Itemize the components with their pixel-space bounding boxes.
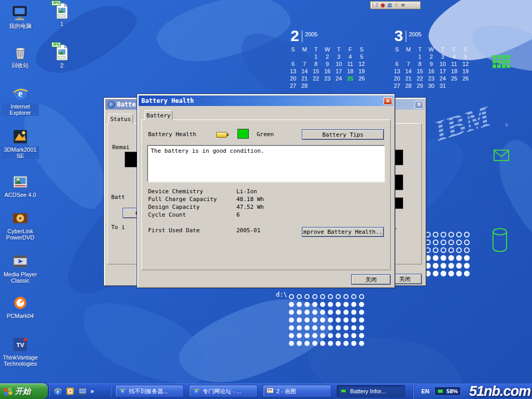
calendar-day: 24	[437, 75, 448, 82]
calendar-day: 18	[448, 68, 460, 75]
dot	[312, 341, 317, 346]
taskbar-task-4[interactable]: Battery Infor...	[337, 385, 405, 397]
calendar-day: 8	[310, 60, 322, 68]
desktop-icon-acdsee[interactable]: ACDSee 4.0	[1, 173, 39, 198]
dot	[320, 341, 325, 346]
cyberlink-powerdvd-icon	[11, 209, 29, 227]
detail-value: 48.18 Wh	[236, 196, 264, 203]
dot	[289, 317, 294, 323]
toolbar-grip[interactable]	[371, 3, 373, 8]
dot	[320, 294, 325, 299]
dot	[328, 333, 333, 338]
dot	[448, 271, 454, 276]
dot	[336, 325, 341, 330]
calendar-day	[310, 82, 322, 89]
ie-task-icon: e	[119, 387, 126, 395]
jpg-file-icon: JPG	[54, 44, 70, 61]
dot	[328, 302, 333, 307]
desktop-icon-recycle-bin[interactable]: 回收站	[1, 44, 39, 69]
display-icon[interactable]: ▦	[387, 2, 392, 9]
calendar-day: 22	[414, 75, 425, 82]
dot	[351, 302, 356, 307]
start-label: 开始	[15, 387, 31, 396]
menu-icon[interactable]: ≡	[401, 2, 405, 9]
dot	[328, 341, 333, 346]
brightness-icon[interactable]: ☼	[394, 2, 399, 9]
dot	[304, 333, 310, 338]
battery-health-title: Battery Health	[141, 97, 194, 104]
dot	[289, 294, 294, 299]
calendar-year: 2005	[409, 31, 421, 37]
dot	[320, 333, 325, 338]
battery-health-titlebar[interactable]: Battery Health ×	[139, 96, 393, 106]
desktop-icon-media-player-classic[interactable]: Media Player Classic	[1, 252, 39, 284]
dot	[456, 255, 462, 261]
dot	[464, 240, 470, 245]
desktop-icon-pcmark04[interactable]: PCMark04	[1, 294, 39, 319]
media-player-quicklaunch-icon[interactable]	[65, 387, 75, 396]
dot	[297, 310, 302, 315]
tab-status[interactable]: Status	[108, 114, 133, 124]
dot	[304, 317, 310, 323]
show-desktop-icon[interactable]	[78, 387, 87, 396]
calendar-day: 17	[437, 68, 448, 75]
taskbar-task-1[interactable]: e找不到服务器...	[115, 385, 184, 397]
close-dialog-button[interactable]: 关闭	[351, 274, 391, 285]
svg-text:TV: TV	[17, 341, 24, 348]
calendar-day	[322, 82, 333, 89]
close-icon[interactable]: ×	[415, 101, 423, 109]
calendar-dow: T	[333, 46, 344, 53]
dot	[312, 317, 317, 323]
volume-icon[interactable]: ♪	[375, 2, 378, 9]
dot	[441, 271, 446, 276]
dot	[359, 325, 364, 330]
taskbar-separator	[110, 385, 111, 397]
calendar-day: 10	[437, 60, 448, 68]
dot	[343, 294, 349, 299]
start-button[interactable]: 开始	[0, 383, 48, 399]
condition-textbox[interactable]: The battery is in good condition.	[147, 145, 385, 182]
calendar-day: 19	[356, 68, 367, 75]
record-icon[interactable]: ●	[380, 2, 385, 9]
dot	[320, 302, 325, 307]
mini-toolbar[interactable]: ♪●▦☼≡	[370, 1, 421, 9]
svg-text:IBM: IBM	[430, 99, 495, 147]
dot	[464, 232, 470, 237]
desktop-file-jpg-file-2[interactable]: JPG2	[52, 44, 72, 69]
calendar-day	[299, 53, 310, 60]
calendar-year: 2005	[305, 31, 317, 37]
quick-launch: e»	[51, 383, 96, 399]
dot	[343, 310, 349, 315]
dot	[441, 247, 446, 253]
dot	[464, 255, 470, 261]
tray-battery-icon	[437, 389, 444, 394]
desktop-icon-label: Internet Explorer	[2, 103, 39, 116]
desktop-icon-thinkvantage-technologies[interactable]: TVThinkVantage Technologies	[1, 336, 39, 367]
desktop-file-jpg-file-1[interactable]: JPG1	[52, 2, 72, 27]
dot	[343, 325, 349, 330]
battery-tray-indicator[interactable]: 58%	[434, 387, 461, 396]
close-icon[interactable]: ×	[383, 97, 392, 105]
dot	[456, 271, 462, 276]
calendar-day: 9	[425, 60, 437, 68]
desktop-icon-my-computer[interactable]: 我的电脑	[1, 4, 39, 29]
improve-battery-health-button[interactable]: Improve Battery Health...	[302, 227, 384, 237]
calendar-day: 11	[344, 60, 356, 68]
detail-label: First Used Date	[148, 227, 200, 234]
desktop-icon-3dmark2001-se[interactable]: 3DMark2001 SE	[1, 128, 39, 159]
dot	[304, 302, 310, 307]
battery-icon	[216, 132, 227, 138]
task-label: Battery Infor...	[350, 388, 385, 394]
taskbar-task-3[interactable]: 2 - 画图	[263, 385, 331, 397]
tab-battery[interactable]: Battery	[144, 110, 172, 120]
calendar-dow: M	[299, 46, 310, 53]
quick-launch-overflow-chevron[interactable]: »	[90, 388, 94, 395]
taskbar-task-2[interactable]: e专门网论坛 - ...	[189, 385, 258, 397]
desktop-icon-internet-explorer[interactable]: eInternet Explorer	[1, 85, 39, 116]
desktop-icon-cyberlink-powerdvd[interactable]: CyberLink PowerDVD	[1, 209, 39, 241]
ie-quicklaunch-icon[interactable]: e	[53, 387, 62, 396]
language-indicator[interactable]: EN	[421, 388, 429, 394]
calendar-day	[448, 82, 460, 89]
battery-tips-button[interactable]: Battery Tips	[302, 129, 384, 140]
thinkvantage-technologies-icon: TV	[11, 336, 29, 353]
